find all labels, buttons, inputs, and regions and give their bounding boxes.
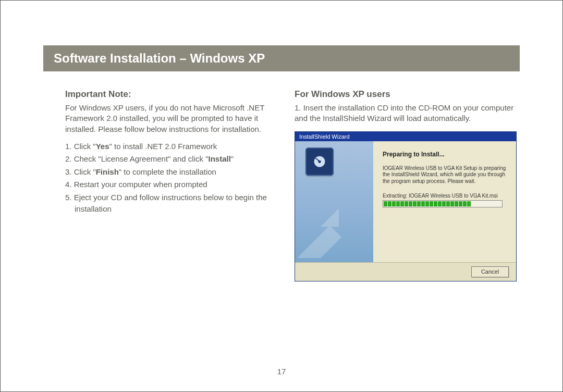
progress-block xyxy=(463,201,467,206)
progress-block xyxy=(417,201,421,206)
progress-block xyxy=(384,201,387,206)
install-steps-list: 1. Click "Yes" to install .NET 2.0 Frame… xyxy=(65,141,274,215)
wizard-titlebar: InstallShield Wizard xyxy=(295,132,516,141)
progress-block xyxy=(467,201,471,206)
progress-block xyxy=(400,201,404,206)
wizard-footer: Cancel xyxy=(295,262,516,281)
progress-block xyxy=(442,201,446,206)
cd-install-icon xyxy=(305,148,334,176)
progress-block xyxy=(459,201,462,206)
progress-block xyxy=(446,201,450,206)
progress-block xyxy=(425,201,429,206)
progress-block xyxy=(396,201,400,206)
step-item: 5. Eject your CD and follow instructions… xyxy=(65,192,274,215)
windows-xp-heading: For Windows XP users xyxy=(295,89,520,100)
wizard-main-panel: Preparing to Install... IOGEAR Wireless … xyxy=(373,141,516,262)
progress-block xyxy=(430,201,433,206)
step-item: 4. Restart your computer when prompted xyxy=(65,179,274,191)
progress-block xyxy=(409,201,412,206)
right-column: For Windows XP users 1. Insert the insta… xyxy=(295,89,520,281)
progress-block xyxy=(434,201,437,206)
progress-block xyxy=(388,201,391,206)
wizard-body-text: IOGEAR Wireless USB to VGA Kit Setup is … xyxy=(383,165,507,185)
wizard-heading: Preparing to Install... xyxy=(383,151,507,158)
page-number: 17 xyxy=(1,367,562,376)
progress-block xyxy=(413,201,417,206)
wizard-body: Preparing to Install... IOGEAR Wireless … xyxy=(295,141,516,262)
step-item: 3. Click "Finish" to complete the instal… xyxy=(65,166,274,178)
progress-block xyxy=(455,201,458,206)
header-band: Software Installation – Windows XP xyxy=(43,45,520,71)
progress-block xyxy=(438,201,442,206)
progress-block xyxy=(450,201,454,206)
installshield-wizard-window: InstallShield Wizard xyxy=(295,131,517,281)
step-item: 1. Click "Yes" to install .NET 2.0 Frame… xyxy=(65,141,274,153)
decorative-arrow-icon xyxy=(295,201,354,262)
manual-page: Software Installation – Windows XP Impor… xyxy=(0,0,563,392)
left-column: Important Note: For Windows XP users, if… xyxy=(65,89,274,281)
wizard-side-panel xyxy=(295,141,373,262)
wizard-extracting-label: Extracting: IOGEAR Wireless USB to VGA K… xyxy=(383,193,507,199)
important-note-heading: Important Note: xyxy=(65,89,274,100)
progress-block xyxy=(392,201,396,206)
page-title: Software Installation – Windows XP xyxy=(54,51,265,66)
wizard-progress-bar xyxy=(383,200,503,207)
windows-xp-step-1: 1. Insert the installation CD into the C… xyxy=(295,103,520,124)
progress-block xyxy=(421,201,425,206)
step-item: 2. Check "License Agreement" and click "… xyxy=(65,153,274,165)
progress-block xyxy=(405,201,408,206)
important-note-intro: For Windows XP users, if you do not have… xyxy=(65,103,274,134)
cancel-button[interactable]: Cancel xyxy=(471,266,509,277)
content-columns: Important Note: For Windows XP users, if… xyxy=(65,89,520,281)
